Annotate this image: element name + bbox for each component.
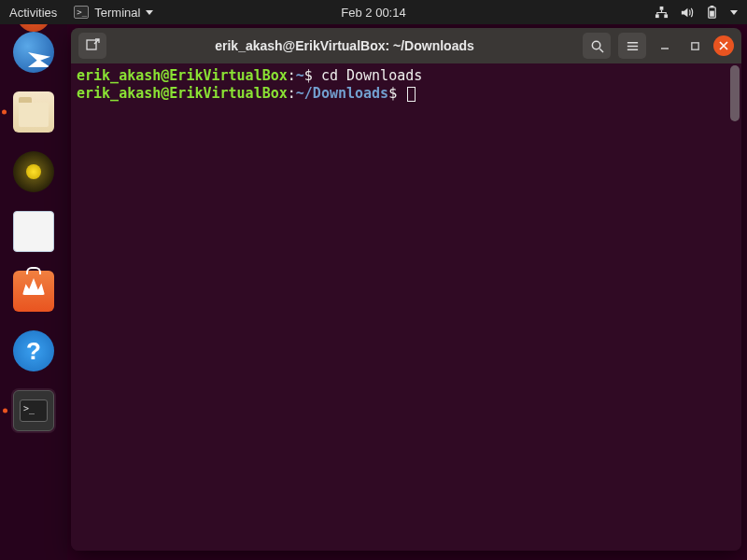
dock-item-terminal[interactable]: >_ <box>13 390 54 431</box>
activities-button[interactable]: Activities <box>9 6 57 20</box>
dock-item-ubuntu-software[interactable] <box>13 271 54 312</box>
system-status-area[interactable] <box>655 6 738 20</box>
terminal-icon: >_ <box>74 6 89 19</box>
command-text: cd Downloads <box>321 67 422 84</box>
gnome-top-bar: Activities >_ Terminal Feb 2 00:14 <box>0 0 747 24</box>
hamburger-menu-button[interactable] <box>618 33 646 59</box>
dock-item-libreoffice-writer[interactable] <box>13 211 54 252</box>
network-icon <box>655 6 669 20</box>
svg-rect-5 <box>710 10 714 16</box>
dock-item-files[interactable] <box>13 91 54 133</box>
prompt-user: erik_akash@ErikVirtualBox <box>77 85 288 102</box>
hamburger-icon <box>626 39 640 53</box>
svg-rect-2 <box>664 14 668 18</box>
terminal-icon: >_ <box>20 399 48 422</box>
prompt-symbol: $ <box>388 85 405 102</box>
battery-icon <box>705 6 719 20</box>
prompt-sep: : <box>288 67 296 84</box>
cursor <box>407 87 416 102</box>
close-button[interactable] <box>713 35 734 56</box>
dock-item-thunderbird[interactable] <box>13 32 54 73</box>
prompt-symbol: $ <box>304 67 321 84</box>
prompt-path: ~/Downloads <box>296 85 388 102</box>
terminal-window: erik_akash@ErikVirtualBox: ~/Downloads e… <box>71 28 741 551</box>
clock[interactable]: Feb 2 00:14 <box>341 6 405 20</box>
app-menu[interactable]: >_ Terminal <box>74 6 153 20</box>
dock-item-rhythmbox[interactable] <box>13 151 54 192</box>
search-button[interactable] <box>583 33 611 59</box>
volume-icon <box>680 6 694 20</box>
close-icon <box>719 41 728 50</box>
maximize-icon <box>690 41 700 51</box>
window-title: erik_akash@ErikVirtualBox: ~/Downloads <box>114 38 575 53</box>
dock-item-help[interactable]: ? <box>13 330 54 371</box>
prompt-path: ~ <box>296 67 304 84</box>
new-tab-icon <box>85 38 100 53</box>
app-menu-label: Terminal <box>94 6 140 20</box>
dock-show-applications[interactable] <box>13 450 54 491</box>
minimize-button[interactable] <box>654 33 676 59</box>
running-indicator-icon <box>3 409 7 413</box>
svg-point-7 <box>592 41 599 49</box>
terminal-viewport[interactable]: erik_akash@ErikVirtualBox:~$ cd Download… <box>71 63 741 551</box>
svg-rect-6 <box>87 40 96 49</box>
maximize-button[interactable] <box>684 33 706 59</box>
scrollbar-thumb[interactable] <box>730 65 740 121</box>
chevron-down-icon <box>730 10 738 15</box>
window-titlebar[interactable]: erik_akash@ErikVirtualBox: ~/Downloads <box>71 28 741 63</box>
svg-rect-1 <box>655 14 659 18</box>
minimize-icon <box>659 40 670 51</box>
svg-rect-0 <box>660 6 664 9</box>
chevron-down-icon <box>146 10 153 15</box>
svg-rect-8 <box>691 42 698 49</box>
svg-rect-4 <box>711 6 714 7</box>
help-glyph: ? <box>26 337 41 366</box>
running-indicator-icon <box>2 110 7 115</box>
prompt-user: erik_akash@ErikVirtualBox <box>77 67 288 84</box>
search-icon <box>590 39 604 53</box>
new-tab-button[interactable] <box>78 33 106 59</box>
ubuntu-dock: ? >_ <box>0 24 67 560</box>
prompt-sep: : <box>288 85 296 102</box>
